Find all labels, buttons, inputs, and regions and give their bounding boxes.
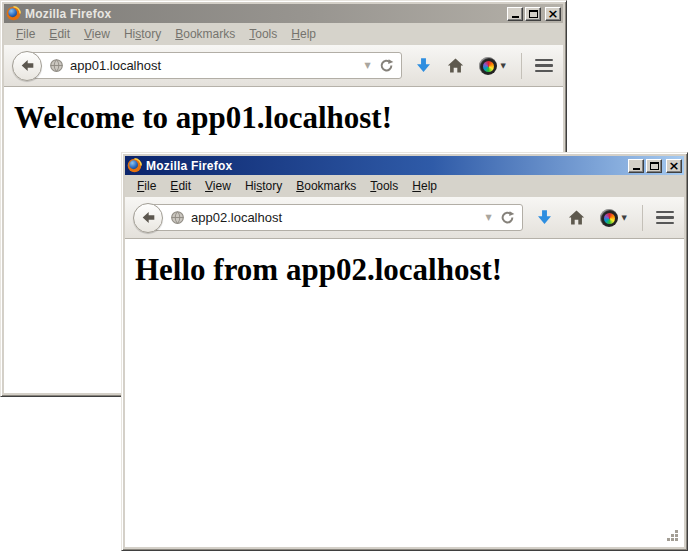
firefox-logo-icon	[6, 6, 21, 21]
navigation-toolbar: app01.localhost ▼ ▼	[4, 45, 563, 87]
menu-bar: FileEditViewHistoryBookmarksToolsHelp	[4, 23, 563, 45]
close-icon: ×	[548, 8, 559, 20]
minimize-icon	[633, 168, 640, 170]
chevron-down-icon: ▼	[622, 214, 627, 222]
menu-item-tools[interactable]: Tools	[363, 176, 405, 196]
firefox-logo-icon	[127, 158, 142, 173]
menu-item-bookmarks[interactable]: Bookmarks	[168, 24, 242, 44]
window-title: Mozilla Firefox	[25, 7, 507, 21]
lens-icon	[479, 57, 497, 75]
menu-item-tools[interactable]: Tools	[242, 24, 284, 44]
chevron-down-icon: ▼	[501, 62, 506, 70]
titlebar[interactable]: Mozilla Firefox ×	[4, 4, 563, 23]
url-dropdown-icon[interactable]: ▼	[356, 61, 378, 70]
menu-button[interactable]	[656, 209, 674, 227]
url-text[interactable]: app01.localhost	[70, 58, 356, 73]
page-heading: Hello from app02.localhost!	[135, 252, 676, 288]
url-text[interactable]: app02.localhost	[191, 210, 477, 225]
toolbar-separator	[521, 53, 522, 79]
back-arrow-icon	[141, 210, 156, 225]
maximize-icon	[529, 10, 538, 18]
back-button[interactable]	[133, 203, 163, 233]
menu-item-history[interactable]: History	[238, 176, 289, 196]
navigation-toolbar: app02.localhost ▼ ▼	[125, 197, 684, 239]
menu-item-view[interactable]: View	[77, 24, 117, 44]
back-button[interactable]	[12, 51, 42, 81]
close-button[interactable]: ×	[545, 7, 561, 21]
download-button[interactable]	[536, 209, 553, 226]
close-button[interactable]: ×	[666, 159, 682, 173]
menu-bar: FileEditViewHistoryBookmarksToolsHelp	[125, 175, 684, 197]
window-title: Mozilla Firefox	[146, 159, 628, 173]
url-dropdown-icon[interactable]: ▼	[477, 213, 499, 222]
home-button[interactable]	[568, 209, 585, 226]
reload-icon[interactable]	[379, 58, 394, 73]
extension-lens-button[interactable]: ▼	[479, 57, 506, 75]
menu-item-file[interactable]: File	[9, 24, 42, 44]
page-heading: Welcome to app01.localhost!	[14, 100, 555, 136]
minimize-button[interactable]	[507, 7, 523, 21]
menu-item-help[interactable]: Help	[405, 176, 444, 196]
extension-lens-button[interactable]: ▼	[600, 209, 627, 227]
menu-button[interactable]	[535, 57, 553, 75]
back-arrow-icon	[20, 58, 35, 73]
close-icon: ×	[669, 160, 680, 172]
toolbar-separator	[642, 205, 643, 231]
menu-item-edit[interactable]: Edit	[42, 24, 77, 44]
lens-icon	[600, 209, 618, 227]
menu-item-file[interactable]: File	[130, 176, 163, 196]
menu-item-bookmarks[interactable]: Bookmarks	[289, 176, 363, 196]
globe-icon[interactable]	[49, 58, 64, 73]
url-bar[interactable]: app02.localhost ▼	[148, 204, 523, 231]
minimize-button[interactable]	[628, 159, 644, 173]
menu-item-edit[interactable]: Edit	[163, 176, 198, 196]
maximize-button[interactable]	[646, 159, 662, 173]
url-bar[interactable]: app01.localhost ▼	[27, 52, 402, 79]
menu-item-history[interactable]: History	[117, 24, 168, 44]
titlebar[interactable]: Mozilla Firefox ×	[125, 156, 684, 175]
home-button[interactable]	[447, 57, 464, 74]
page-content: Hello from app02.localhost!	[125, 239, 684, 547]
menu-item-help[interactable]: Help	[284, 24, 323, 44]
maximize-button[interactable]	[525, 7, 541, 21]
resize-grip[interactable]	[667, 530, 670, 533]
reload-icon[interactable]	[500, 210, 515, 225]
globe-icon[interactable]	[170, 210, 185, 225]
download-button[interactable]	[415, 57, 432, 74]
firefox-window-app02: Mozilla Firefox × FileEditViewHistoryBoo…	[121, 152, 688, 551]
menu-item-view[interactable]: View	[198, 176, 238, 196]
maximize-icon	[650, 162, 659, 170]
minimize-icon	[512, 16, 519, 18]
